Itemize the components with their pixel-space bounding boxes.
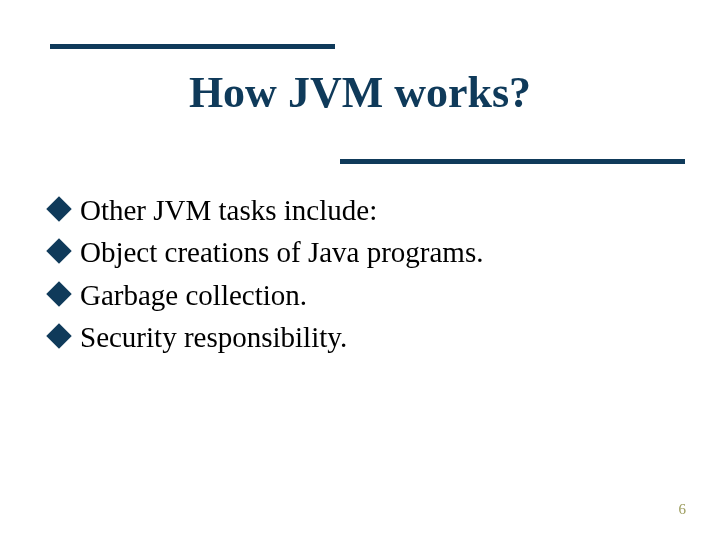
list-item: Other JVM tasks include:	[50, 192, 670, 228]
page-number: 6	[679, 501, 687, 518]
list-item: Object creations of Java programs.	[50, 234, 670, 270]
top-divider	[50, 44, 335, 49]
diamond-bullet-icon	[46, 196, 71, 221]
bottom-divider	[340, 159, 685, 164]
diamond-bullet-icon	[46, 323, 71, 348]
bullet-text: Object creations of Java programs.	[80, 234, 483, 270]
list-item: Garbage collection.	[50, 277, 670, 313]
list-item: Security responsibility.	[50, 319, 670, 355]
bullet-text: Other JVM tasks include:	[80, 192, 377, 228]
bullet-text: Garbage collection.	[80, 277, 307, 313]
bullet-list: Other JVM tasks include: Object creation…	[50, 192, 670, 361]
diamond-bullet-icon	[46, 281, 71, 306]
bullet-text: Security responsibility.	[80, 319, 347, 355]
diamond-bullet-icon	[46, 239, 71, 264]
slide-title: How JVM works?	[0, 67, 720, 118]
